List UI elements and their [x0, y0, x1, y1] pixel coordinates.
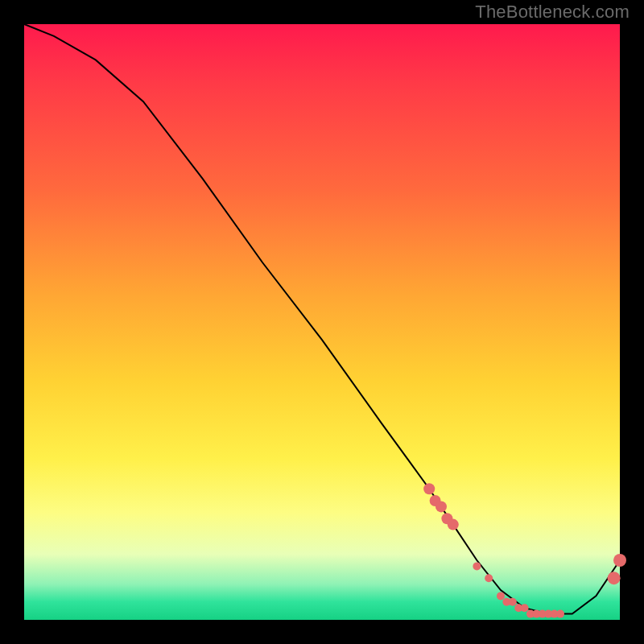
curve-marker	[436, 501, 447, 512]
chart-frame: TheBottleneck.com	[0, 0, 644, 644]
curve-marker	[509, 598, 517, 606]
watermark-text: TheBottleneck.com	[475, 2, 630, 23]
curve-marker	[473, 562, 481, 570]
curve-layer	[24, 24, 620, 620]
curve-marker	[448, 519, 459, 530]
curve-marker	[423, 483, 435, 494]
curve-marker	[608, 572, 621, 584]
curve-marker	[613, 554, 626, 567]
curve-marker	[497, 592, 505, 600]
curve-marker	[521, 604, 529, 612]
bottleneck-curve	[24, 24, 620, 614]
plot-area	[24, 24, 620, 620]
curve-markers	[423, 483, 626, 617]
curve-marker	[556, 610, 564, 618]
curve-marker	[485, 574, 493, 582]
